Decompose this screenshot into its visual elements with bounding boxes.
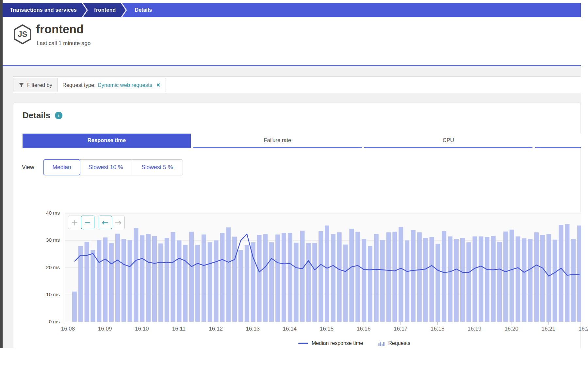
x-axis-tick xyxy=(105,322,105,325)
requests-bar xyxy=(337,232,342,322)
x-axis-tick xyxy=(253,322,253,325)
requests-bar xyxy=(312,243,317,322)
requests-bar xyxy=(430,237,434,322)
requests-bar xyxy=(152,236,157,322)
content-background: Filtered by Request type: Dynamic web re… xyxy=(3,66,581,348)
page-title: frontend xyxy=(36,23,84,36)
requests-bar xyxy=(547,234,551,322)
tab-partial[interactable] xyxy=(535,134,581,148)
requests-bar xyxy=(97,240,101,322)
requests-bar xyxy=(202,235,206,322)
requests-bar xyxy=(466,242,471,322)
requests-bar xyxy=(559,225,564,322)
requests-bar xyxy=(208,242,212,322)
requests-bar xyxy=(485,237,489,322)
last-call-status: Last call 1 minute ago xyxy=(37,40,90,47)
chart-canvas xyxy=(65,212,581,322)
requests-bar xyxy=(331,234,335,322)
requests-bar xyxy=(423,238,428,322)
x-axis-label: 16:17 xyxy=(387,326,414,332)
y-axis-labels: 40 ms30 ms20 ms10 ms0 ms xyxy=(13,212,60,322)
requests-bar xyxy=(362,239,366,322)
tab-failure-rate[interactable]: Failure rate xyxy=(193,134,362,148)
details-card: Details i Response time Failure rate CPU… xyxy=(13,102,581,348)
requests-bar xyxy=(275,235,280,322)
info-icon[interactable]: i xyxy=(55,112,62,119)
x-axis-label: 16:14 xyxy=(277,326,303,332)
requests-bar xyxy=(516,236,520,322)
x-axis-label: 16:16 xyxy=(351,326,377,332)
x-axis-tick xyxy=(327,322,327,325)
chip-remove-icon[interactable]: ✕ xyxy=(156,82,160,88)
left-edge-strip xyxy=(0,0,3,348)
breadcrumb-label: Transactions and services xyxy=(10,7,77,13)
requests-bar xyxy=(405,240,409,322)
section-heading: Details xyxy=(23,110,50,121)
requests-bar xyxy=(72,292,77,322)
requests-bar xyxy=(448,236,452,322)
requests-bar xyxy=(300,231,305,322)
requests-bar xyxy=(349,229,354,322)
x-axis-ticks xyxy=(65,322,581,325)
requests-bar xyxy=(238,250,243,322)
zoom-out-button[interactable]: − xyxy=(81,216,94,229)
tab-cpu[interactable]: CPU xyxy=(364,134,532,148)
x-axis-tick xyxy=(142,322,142,325)
nodejs-icon: JS xyxy=(13,24,32,45)
filter-band: Filtered by Request type: Dynamic web re… xyxy=(13,76,581,93)
requests-bar xyxy=(343,245,348,322)
requests-bar xyxy=(380,240,385,322)
y-axis-label: 30 ms xyxy=(13,237,60,243)
requests-bar xyxy=(318,231,323,322)
requests-bar xyxy=(368,246,372,322)
requests-bar xyxy=(417,232,422,322)
x-axis-label: 16:13 xyxy=(240,326,266,332)
zoom-in-button[interactable]: + xyxy=(68,216,81,229)
requests-bar xyxy=(122,239,126,322)
requests-bar xyxy=(128,240,132,322)
x-axis-label: 16:11 xyxy=(166,326,192,332)
requests-bar xyxy=(528,239,532,322)
x-axis-label: 16:12 xyxy=(203,326,229,332)
requests-bar xyxy=(90,250,95,322)
requests-bar xyxy=(374,234,379,322)
x-axis-label: 16:10 xyxy=(129,326,155,332)
requests-bar xyxy=(355,232,360,322)
requests-bar xyxy=(245,245,249,322)
filter-chip-request-type[interactable]: Request type: Dynamic web requests ✕ xyxy=(57,78,166,92)
requests-bar xyxy=(454,239,459,322)
requests-bar xyxy=(158,243,163,322)
requests-bar xyxy=(503,232,508,322)
breadcrumb: Transactions and services frontend Detai… xyxy=(3,3,581,17)
requests-bar xyxy=(269,242,274,322)
chip-prefix: Request type: xyxy=(62,82,96,88)
requests-bar xyxy=(177,240,181,322)
requests-bar xyxy=(109,243,114,322)
requests-bar xyxy=(189,232,194,322)
requests-bar xyxy=(473,236,477,322)
chart-plot-area[interactable] xyxy=(65,212,581,322)
requests-bar xyxy=(220,233,224,322)
x-axis-label: 16:21 xyxy=(535,326,562,332)
pan-forward-button[interactable]: → xyxy=(111,216,125,229)
requests-bar xyxy=(134,228,138,322)
breadcrumb-item-frontend[interactable]: frontend xyxy=(83,3,125,17)
x-axis-label: 16:19 xyxy=(462,326,488,332)
tab-response-time[interactable]: Response time xyxy=(23,134,191,148)
view-option-slowest-10[interactable]: Slowest 10 % xyxy=(80,159,132,175)
y-axis-label: 10 ms xyxy=(13,292,60,298)
view-option-median[interactable]: Median xyxy=(43,159,80,175)
service-header: JS frontend Last call 1 minute ago xyxy=(3,17,581,65)
requests-bar xyxy=(282,233,286,322)
requests-bar xyxy=(435,244,440,322)
requests-bar xyxy=(577,225,581,322)
x-axis-tick xyxy=(475,322,475,325)
requests-bar xyxy=(257,235,262,322)
requests-bar xyxy=(251,242,255,322)
breadcrumb-item-transactions-and-services[interactable]: Transactions and services xyxy=(3,3,87,17)
pan-back-button[interactable]: ← xyxy=(99,216,112,229)
filtered-by-label: Filtered by xyxy=(27,82,52,88)
median-line-legend-icon xyxy=(298,343,308,344)
view-option-slowest-5[interactable]: Slowest 5 % xyxy=(132,159,183,175)
view-selector: View Median Slowest 10 % Slowest 5 % xyxy=(22,159,183,175)
